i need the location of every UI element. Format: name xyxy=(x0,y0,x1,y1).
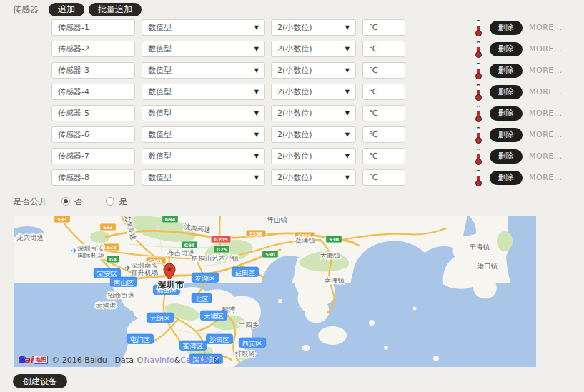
sensor-decimals-value: 2(小数位) xyxy=(277,172,312,183)
sensor-type-select[interactable]: 数值型 ▼ xyxy=(142,148,265,164)
sensor-decimals-select[interactable]: 2(小数位) ▼ xyxy=(271,62,356,79)
sensor-unit-input[interactable] xyxy=(362,62,405,79)
more-link[interactable]: MORE... xyxy=(529,23,563,32)
sensor-type-select[interactable]: 数值型 ▼ xyxy=(142,169,265,186)
sensor-type-value: 数值型 xyxy=(148,172,172,183)
chevron-down-icon: ▼ xyxy=(345,89,350,95)
island xyxy=(413,307,417,311)
sensor-unit-input[interactable] xyxy=(362,169,405,186)
more-link[interactable]: MORE... xyxy=(529,151,563,161)
sensor-unit-input[interactable] xyxy=(362,84,405,100)
delete-sensor-button[interactable]: 删除 xyxy=(490,64,523,78)
more-link[interactable]: MORE... xyxy=(529,109,563,118)
sensor-decimals-select[interactable]: 2(小数位) ▼ xyxy=(271,126,356,143)
sensor-decimals-select[interactable]: 2(小数位) ▼ xyxy=(271,169,356,186)
sensor-type-select[interactable]: 数值型 ▼ xyxy=(142,84,265,100)
district-badge-label: 屯门区 xyxy=(130,336,151,343)
sensor-decimals-value: 2(小数位) xyxy=(277,22,312,33)
sensor-rows: 数值型 ▼ 2(小数位) ▼ 删除 MORE... 数值型 ▼ 2(小数位) ▼ xyxy=(0,19,584,186)
delete-sensor-button[interactable]: 删除 xyxy=(490,42,523,56)
sensor-name-input[interactable] xyxy=(51,84,135,100)
district-badge-label: 盐田区 xyxy=(235,268,256,276)
delete-sensor-button[interactable]: 删除 xyxy=(490,128,523,142)
chevron-down-icon: ▼ xyxy=(345,154,350,159)
sensor-row: 数值型 ▼ 2(小数位) ▼ 删除 MORE... xyxy=(51,84,584,100)
place-label: 龙穴街道 xyxy=(16,233,44,241)
sensor-type-select[interactable]: 数值型 ▼ xyxy=(142,105,265,121)
map-attribution: Bai 地图 © 2016 Baidu - Data © NavInfo & C… xyxy=(18,355,219,365)
island xyxy=(433,356,439,361)
sensor-name-input[interactable] xyxy=(51,105,135,121)
place-label: 平海镇 xyxy=(470,243,490,251)
map-canvas[interactable]: S33S33S33G94G94G4S301G205G25S356S359S30S… xyxy=(14,216,536,367)
sensor-row: 数值型 ▼ 2(小数位) ▼ 删除 MORE... xyxy=(51,41,584,57)
radio-label: 否 xyxy=(74,196,83,208)
radio-button[interactable] xyxy=(106,197,114,206)
sensor-decimals-select[interactable]: 2(小数位) ▼ xyxy=(271,84,356,100)
more-link[interactable]: MORE... xyxy=(529,66,563,75)
chevron-down-icon: ▼ xyxy=(254,132,259,138)
sensor-decimals-select[interactable]: 2(小数位) ▼ xyxy=(271,105,356,121)
sensor-decimals-select[interactable]: 2(小数位) ▼ xyxy=(271,41,356,57)
navinfo-link[interactable]: NavInfo xyxy=(144,356,174,365)
chevron-down-icon: ▼ xyxy=(254,154,259,159)
more-link[interactable]: MORE... xyxy=(529,87,563,96)
thermometer-icon xyxy=(475,126,482,144)
sensor-type-value: 数值型 xyxy=(148,22,172,33)
chevron-down-icon: ▼ xyxy=(254,46,259,52)
sensor-type-value: 数值型 xyxy=(148,108,172,119)
sensor-name-input[interactable] xyxy=(51,126,135,143)
sensor-type-select[interactable]: 数值型 ▼ xyxy=(142,126,265,143)
road-shield-label: S33 xyxy=(107,245,117,251)
create-device-button[interactable]: 创建设备 xyxy=(13,374,67,388)
place-label: 招商街道 xyxy=(107,291,135,299)
sensor-type-select[interactable]: 数值型 ▼ xyxy=(142,62,265,79)
sensor-unit-input[interactable] xyxy=(362,41,405,57)
baidu-logo[interactable]: Bai 地图 xyxy=(18,355,48,365)
place-label: 十四乡 xyxy=(239,321,259,328)
sensor-name-input[interactable] xyxy=(51,41,135,57)
radio-button[interactable] xyxy=(61,197,70,206)
sensor-row: 数值型 ▼ 2(小数位) ▼ 删除 MORE... xyxy=(51,126,584,143)
sensor-unit-input[interactable] xyxy=(362,148,405,164)
add-sensor-button[interactable]: 追加 xyxy=(49,3,84,16)
thermometer-icon xyxy=(475,169,482,186)
sensor-row: 数值型 ▼ 2(小数位) ▼ 删除 MORE... xyxy=(51,62,584,79)
device-create-page: 传感器 追加 批量追加 数值型 ▼ 2(小数位) ▼ 删除 MORE... xyxy=(0,0,584,392)
sensor-name-input[interactable] xyxy=(51,19,135,36)
more-link[interactable]: MORE... xyxy=(529,44,563,54)
radio-option[interactable]: 否 xyxy=(61,196,83,208)
delete-sensor-button[interactable]: 删除 xyxy=(490,171,523,185)
more-link[interactable]: MORE... xyxy=(529,130,563,139)
pin-city-label: 深圳市 xyxy=(157,279,184,290)
sensor-type-select[interactable]: 数值型 ▼ xyxy=(142,19,265,36)
sensor-type-value: 数值型 xyxy=(148,151,172,161)
sensor-type-select[interactable]: 数值型 ▼ xyxy=(142,41,265,57)
sensor-unit-input[interactable] xyxy=(362,105,405,121)
road-shield-label: G25 xyxy=(217,247,227,253)
cennavi-link[interactable]: CenNavi xyxy=(180,356,213,365)
sensor-decimals-select[interactable]: 2(小数位) ▼ xyxy=(271,19,356,36)
more-link[interactable]: MORE... xyxy=(529,173,563,182)
sensor-name-input[interactable] xyxy=(51,169,135,186)
delete-sensor-button[interactable]: 删除 xyxy=(490,85,523,99)
sensor-decimals-select[interactable]: 2(小数位) ▼ xyxy=(271,148,356,164)
batch-add-sensor-button[interactable]: 批量追加 xyxy=(89,3,142,16)
road-shield-label: S33 xyxy=(57,217,67,223)
sensor-unit-input[interactable] xyxy=(362,126,405,143)
radio-option[interactable]: 是 xyxy=(106,196,127,208)
district-badge-label: 南山区 xyxy=(114,278,134,286)
delete-sensor-button[interactable]: 删除 xyxy=(490,106,523,121)
sensor-name-input[interactable] xyxy=(51,148,135,164)
road-shield-label: G94 xyxy=(165,217,176,223)
delete-sensor-button[interactable]: 删除 xyxy=(490,21,523,35)
sensor-unit-input[interactable] xyxy=(362,19,405,36)
baidu-map[interactable]: S33S33S33G94G94G4S301G205G25S356S359S30S… xyxy=(14,216,536,367)
place-label: 布吉街道 xyxy=(167,248,195,256)
chevron-down-icon: ▼ xyxy=(254,68,259,74)
island xyxy=(302,345,310,351)
sensor-name-input[interactable] xyxy=(51,62,135,79)
road-shield-label: S30 xyxy=(265,252,275,258)
district-badge-label: 大埔区 xyxy=(204,312,224,320)
delete-sensor-button[interactable]: 删除 xyxy=(490,149,523,164)
